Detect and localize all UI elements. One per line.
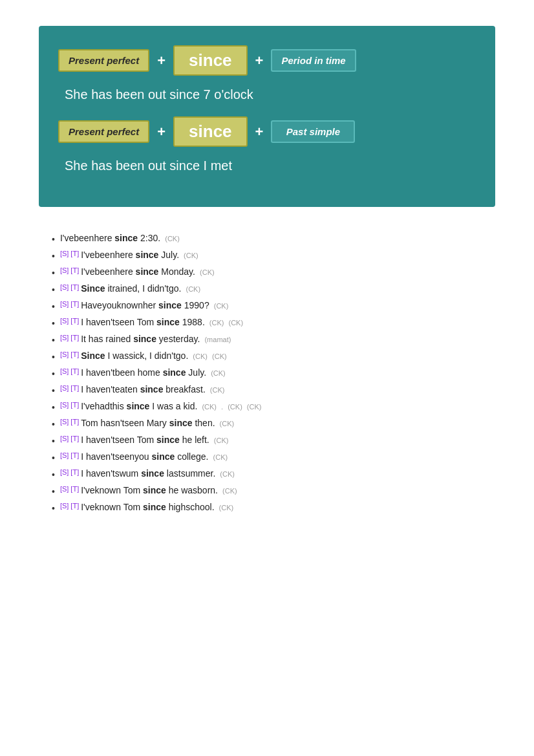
bullet-icon: • — [52, 251, 55, 261]
since-keyword: since — [152, 451, 175, 462]
since-keyword: Since — [81, 351, 105, 361]
text-after-since: I wassick, I didn'tgo. — [105, 351, 189, 361]
bullet-icon: • — [52, 268, 55, 278]
text-before-since: Tom hasn'tseen Mary — [81, 418, 169, 428]
tag-label: [S] — [60, 435, 69, 442]
bullet-icon: • — [52, 234, 55, 244]
since-keyword: since — [133, 334, 156, 344]
ck-attribution: (CK) — [220, 487, 237, 495]
bullet-icon: • — [52, 402, 55, 413]
list-item: •[S] [T] Since I wassick, I didn'tgo. (C… — [52, 351, 495, 362]
list-item: •[S] [T] I'vehadthis since I was a kid. … — [52, 401, 495, 413]
tag-label: [T] — [70, 418, 79, 426]
item-text: Tom hasn'tseen Mary since then. (CK) — [81, 418, 495, 428]
plus-4: + — [255, 124, 264, 140]
text-after-since: lastsummer. — [164, 468, 215, 479]
item-text: I'vehadthis since I was a kid. (CK) . (C… — [81, 401, 495, 411]
text-after-since: he wasborn. — [166, 485, 218, 495]
text-after-since: 1990? — [182, 300, 209, 310]
item-text: I haven'tseenyou since college. (CK) — [81, 451, 495, 462]
ck-attribution: (CK) — [200, 403, 217, 411]
bullet-icon: • — [52, 503, 55, 513]
since-box-1: since — [173, 45, 248, 76]
item-text: I'vebeenhere since Monday. (CK) — [81, 266, 495, 277]
bullet-icon: • — [52, 335, 55, 345]
bullet-icon: • — [52, 369, 55, 379]
ck-attribution: (CK) — [209, 369, 226, 377]
list-item: •[S] [T] I haven'tbeen home since July. … — [52, 367, 495, 379]
text-before-since: Haveyouknownher — [81, 300, 158, 310]
past-simple-label: Past simple — [271, 120, 355, 143]
since-keyword: since — [136, 250, 159, 260]
tag-label: [T] — [70, 384, 79, 392]
item-text: I haven'tbeen home since July. (CK) — [81, 367, 495, 378]
tag-label: [S] — [60, 468, 69, 476]
text-after-since: highschool. — [166, 502, 215, 512]
text-after-since: Monday. — [158, 266, 195, 277]
since-keyword: since — [136, 266, 159, 277]
text-after-since: then. — [193, 418, 215, 428]
ck-attribution: (CK) — [191, 352, 208, 360]
tag-label: [T] — [70, 502, 79, 510]
period-in-time-label: Period in time — [271, 49, 356, 72]
ck-attribution: (CK) — [198, 268, 215, 276]
example-sentence-2: She has been out since I met — [58, 158, 476, 173]
ck-attribution: (CK) — [212, 437, 229, 444]
ck-attribution: (CK) — [245, 403, 262, 411]
present-perfect-label-2: Present perfect — [58, 120, 149, 143]
ck-attribution: (CK) — [211, 453, 228, 461]
ck-attribution: (CK) — [218, 470, 235, 478]
tag-label: [S] — [60, 334, 69, 341]
item-text: I haven'teaten since breakfast. (CK) — [81, 384, 495, 394]
tag-label: [T] — [70, 250, 79, 257]
since-keyword: Since — [81, 283, 105, 294]
tag-label: [T] — [70, 485, 79, 493]
ck-attribution: (CK) — [218, 420, 235, 427]
tag-label: [S] — [60, 283, 69, 291]
tag-label: [T] — [70, 317, 79, 325]
text-before-since: It has rained — [81, 334, 133, 344]
list-item: •[S] [T] I haven'tseenyou since college.… — [52, 451, 495, 463]
bullet-icon: • — [52, 486, 55, 497]
bullet-icon: • — [52, 285, 55, 295]
tag-label: [S] — [60, 266, 69, 274]
ck-attribution: (CK) — [212, 302, 229, 310]
tag-label: [T] — [70, 367, 79, 375]
tag-label: [T] — [70, 351, 79, 358]
list-item: •[S] [T] It has rained since yesterday. … — [52, 334, 495, 345]
plus-3: + — [157, 124, 166, 140]
list-item: •I'vebeenhere since 2:30. (CK) — [52, 233, 495, 244]
list-item: •[S] [T] Haveyouknownher since 1990? (CK… — [52, 300, 495, 312]
item-text: I'vebeenhere since July. (CK) — [81, 250, 495, 260]
item-text: I haven'tswum since lastsummer. (CK) — [81, 468, 495, 479]
formula-row-2: Present perfect + since + Past simple — [58, 116, 476, 147]
text-before-since: I haven'tseenyou — [81, 451, 151, 462]
text-after-since: breakfast. — [163, 384, 205, 394]
bullet-icon: • — [52, 453, 55, 463]
tag-label: [S] — [60, 317, 69, 325]
present-perfect-label-1: Present perfect — [58, 49, 149, 72]
item-text: Since itrained, I didn'tgo. (CK) — [81, 283, 495, 294]
bullet-icon: • — [52, 470, 55, 480]
list-item: •[S] [T] I haven'teaten since breakfast.… — [52, 384, 495, 396]
item-text: Since I wassick, I didn'tgo. (CK) (CK) — [81, 351, 495, 361]
tag-label: [S] — [60, 401, 69, 409]
bullet-icon: • — [52, 436, 55, 446]
tag-label: [T] — [70, 468, 79, 476]
tag-label: [T] — [70, 435, 79, 442]
tag-label: [S] — [60, 418, 69, 426]
list-item: •[S] [T] I haven'tswum since lastsummer.… — [52, 468, 495, 480]
item-text: I haven'tseen Tom since he left. (CK) — [81, 435, 495, 445]
ck-attribution: (CK) — [226, 403, 242, 411]
item-text: I'vebeenhere since 2:30. (CK) — [60, 233, 495, 243]
ck-attribution: (CK) — [217, 504, 234, 512]
bullet-icon: • — [52, 318, 55, 329]
text-before-since: I'vebeenhere — [60, 233, 114, 243]
teal-banner: Present perfect + since + Period in time… — [39, 26, 495, 207]
text-before-since: I'vehadthis — [81, 401, 126, 411]
bullet-icon: • — [52, 385, 55, 396]
ck-attribution: (CK) — [210, 352, 227, 360]
since-keyword: since — [114, 233, 138, 243]
list-item: •[S] [T] I'veknown Tom since highschool.… — [52, 502, 495, 513]
since-box-2: since — [173, 116, 248, 147]
